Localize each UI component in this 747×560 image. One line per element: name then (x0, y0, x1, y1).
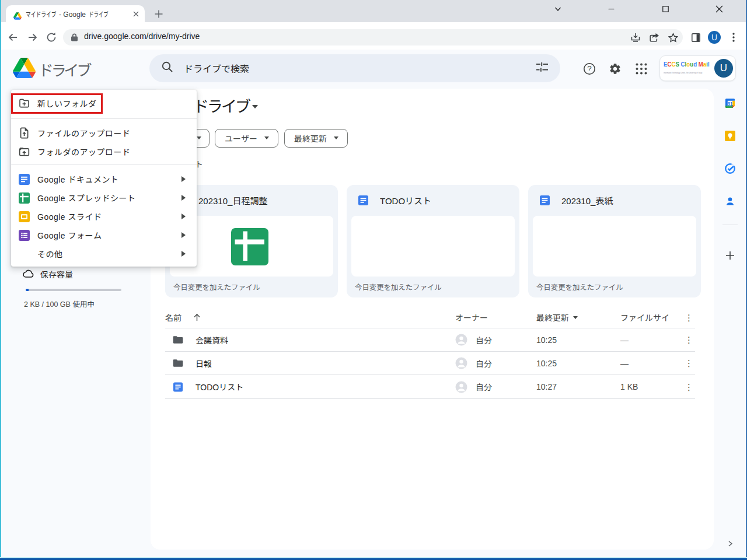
svg-text:?: ? (587, 64, 592, 73)
svg-text:31: 31 (727, 102, 733, 107)
